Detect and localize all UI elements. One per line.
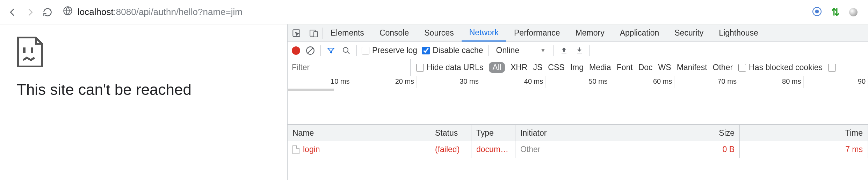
svg-rect-11 bbox=[577, 53, 582, 53]
extension-icon[interactable] bbox=[812, 7, 822, 17]
reload-button[interactable] bbox=[42, 7, 53, 18]
extension-icon[interactable]: ⇅ bbox=[831, 6, 839, 18]
filter-type-ws[interactable]: WS bbox=[658, 63, 671, 72]
tab-application[interactable]: Application bbox=[612, 24, 667, 42]
column-initiator[interactable]: Initiator bbox=[515, 125, 678, 141]
request-table-header: Name Status Type Initiator Size Time bbox=[288, 125, 868, 141]
column-status[interactable]: Status bbox=[430, 125, 471, 141]
clear-icon[interactable] bbox=[305, 46, 316, 55]
column-time[interactable]: Time bbox=[740, 125, 868, 141]
svg-rect-10 bbox=[562, 53, 566, 53]
record-button[interactable] bbox=[292, 46, 300, 55]
filter-input[interactable] bbox=[288, 59, 411, 76]
back-button[interactable] bbox=[7, 7, 18, 18]
timeline-tick: 90 bbox=[804, 76, 868, 88]
request-name: login bbox=[303, 145, 320, 154]
hide-data-urls-checkbox[interactable]: Hide data URLs bbox=[416, 63, 483, 72]
download-har-icon[interactable] bbox=[574, 46, 585, 55]
svg-rect-4 bbox=[31, 47, 33, 52]
svg-rect-3 bbox=[23, 47, 26, 52]
network-timeline[interactable]: 10 ms20 ms30 ms40 ms50 ms60 ms70 ms80 ms… bbox=[288, 76, 868, 125]
timeline-tick: 60 ms bbox=[610, 76, 675, 88]
timeline-tick: 50 ms bbox=[545, 76, 610, 88]
extension-icons: ⇅ bbox=[812, 6, 858, 18]
request-type: docum… bbox=[471, 141, 515, 158]
filter-type-doc[interactable]: Doc bbox=[638, 63, 653, 72]
column-size[interactable]: Size bbox=[678, 125, 740, 141]
timeline-tick: 80 ms bbox=[739, 76, 804, 88]
file-icon bbox=[292, 145, 299, 154]
search-icon[interactable] bbox=[341, 46, 352, 55]
filter-type-all[interactable]: All bbox=[489, 62, 505, 73]
request-status: (failed) bbox=[430, 141, 471, 158]
devtools-tabstrip: ElementsConsoleSourcesNetworkPerformance… bbox=[288, 24, 868, 42]
tab-sources[interactable]: Sources bbox=[417, 24, 461, 42]
has-blocked-cookies-checkbox[interactable]: Has blocked cookies bbox=[738, 63, 823, 72]
sad-document-icon bbox=[17, 36, 43, 68]
tab-lighthouse[interactable]: Lighthouse bbox=[711, 24, 766, 42]
devtools-panel: ElementsConsoleSourcesNetworkPerformance… bbox=[287, 24, 868, 180]
tab-performance[interactable]: Performance bbox=[506, 24, 568, 42]
timeline-tick: 40 ms bbox=[481, 76, 546, 88]
filter-type-media[interactable]: Media bbox=[589, 63, 611, 72]
timeline-tick: 70 ms bbox=[674, 76, 739, 88]
timeline-segment bbox=[288, 89, 334, 91]
extension-icon[interactable] bbox=[849, 8, 858, 16]
network-toolbar: Preserve log Disable cache Online ▼ bbox=[288, 42, 868, 59]
request-time: 7 ms bbox=[740, 141, 868, 158]
tab-network[interactable]: Network bbox=[462, 24, 506, 42]
preserve-log-checkbox[interactable]: Preserve log bbox=[362, 46, 417, 55]
filter-type-xhr[interactable]: XHR bbox=[511, 63, 528, 72]
column-type[interactable]: Type bbox=[471, 125, 515, 141]
svg-rect-7 bbox=[314, 31, 318, 37]
globe-icon bbox=[63, 6, 73, 18]
browser-toolbar: localhost:8080/api/authn/hello?name=jim … bbox=[0, 0, 868, 24]
device-toggle-icon[interactable] bbox=[305, 24, 323, 42]
address-bar[interactable]: localhost:8080/api/authn/hello?name=jim bbox=[63, 3, 799, 21]
timeline-tick: 10 ms bbox=[288, 76, 352, 88]
column-name[interactable]: Name bbox=[288, 125, 430, 141]
filter-type-css[interactable]: CSS bbox=[548, 63, 564, 72]
network-filter-bar: Hide data URLs AllXHRJSCSSImgMediaFontDo… bbox=[288, 59, 868, 76]
request-size: 0 B bbox=[678, 141, 740, 158]
tab-console[interactable]: Console bbox=[372, 24, 417, 42]
request-row[interactable]: login(failed)docum…Other0 B7 ms bbox=[288, 141, 868, 158]
filter-type-img[interactable]: Img bbox=[570, 63, 584, 72]
tab-memory[interactable]: Memory bbox=[568, 24, 612, 42]
error-page-title: This site can't be reached bbox=[17, 81, 270, 98]
address-path: :8080/api/authn/hello?name=jim bbox=[114, 7, 243, 17]
throttling-select[interactable]: Online ▼ bbox=[493, 46, 549, 55]
inspect-icon[interactable] bbox=[288, 24, 305, 42]
filter-icon[interactable] bbox=[326, 46, 336, 55]
filter-type-other[interactable]: Other bbox=[713, 63, 733, 72]
filter-type-js[interactable]: JS bbox=[533, 63, 542, 72]
address-host: localhost bbox=[78, 7, 114, 17]
request-initiator: Other bbox=[515, 141, 678, 158]
timeline-tick: 30 ms bbox=[417, 76, 481, 88]
svg-point-2 bbox=[815, 9, 819, 13]
disable-cache-checkbox[interactable]: Disable cache bbox=[422, 46, 483, 55]
forward-button[interactable] bbox=[24, 7, 36, 18]
chevron-down-icon: ▼ bbox=[540, 47, 546, 54]
filter-type-font[interactable]: Font bbox=[617, 63, 633, 72]
upload-har-icon[interactable] bbox=[559, 46, 569, 55]
filter-type-manifest[interactable]: Manifest bbox=[677, 63, 707, 72]
page-content: This site can't be reached bbox=[0, 24, 287, 180]
timeline-tick: 20 ms bbox=[352, 76, 417, 88]
svg-point-9 bbox=[343, 47, 348, 52]
tab-security[interactable]: Security bbox=[667, 24, 711, 42]
extra-checkbox[interactable] bbox=[828, 64, 836, 72]
tab-elements[interactable]: Elements bbox=[323, 24, 372, 42]
